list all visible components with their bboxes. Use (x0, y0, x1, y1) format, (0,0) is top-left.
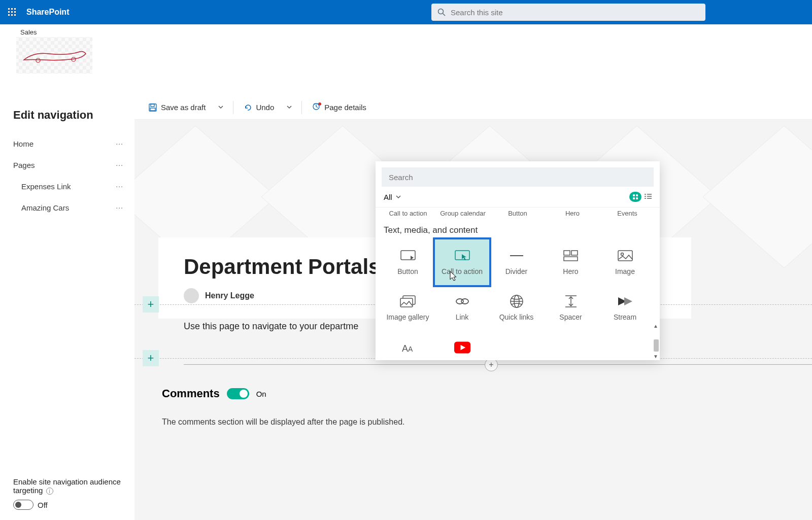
wp-link[interactable]: Link (435, 285, 489, 331)
svg-rect-26 (645, 198, 646, 199)
svg-rect-20 (633, 197, 635, 199)
svg-rect-32 (571, 251, 578, 255)
wp-image[interactable]: Image (598, 239, 652, 285)
add-section-button[interactable]: + (143, 296, 159, 313)
svg-rect-6 (8, 14, 10, 16)
svg-rect-24 (645, 196, 646, 197)
svg-rect-33 (564, 257, 578, 261)
wp-spacer[interactable]: Spacer (544, 285, 598, 331)
suite-search[interactable] (431, 4, 705, 21)
wp-divider[interactable]: Divider (489, 239, 544, 285)
canvas: Save as draft Undo Page details Departme… (134, 95, 812, 520)
comments-toggle-state: On (256, 390, 266, 398)
nav-item-home[interactable]: Home··· (13, 133, 127, 154)
svg-line-10 (443, 14, 446, 16)
nav-item-expenses[interactable]: Expenses Link··· (13, 176, 127, 197)
save-draft-button[interactable]: Save as draft (144, 100, 211, 115)
wp-partial[interactable]: Hero (547, 210, 598, 217)
avatar (184, 288, 199, 303)
page-body-text[interactable]: Use this page to navigate to your depart… (184, 321, 358, 332)
add-section-button[interactable]: + (143, 350, 159, 366)
svg-rect-2 (14, 8, 16, 10)
undo-chevron[interactable] (282, 100, 296, 115)
scroll-down-icon[interactable]: ▼ (653, 354, 658, 359)
comments-note: The comments section will be displayed a… (162, 418, 404, 427)
suite-search-input[interactable] (451, 8, 699, 17)
wp-hero[interactable]: Hero (544, 239, 598, 285)
webpart-picker: All Call to action Group calendar Button… (376, 161, 660, 360)
svg-rect-18 (633, 194, 635, 196)
svg-point-9 (438, 9, 444, 14)
svg-rect-5 (14, 11, 16, 13)
nav-item-amazing-cars[interactable]: Amazing Cars··· (13, 197, 127, 218)
svg-text:A: A (408, 345, 413, 353)
svg-rect-4 (11, 11, 13, 13)
site-title: Sales (20, 28, 796, 36)
notification-dot-icon (318, 102, 321, 106)
undo-button[interactable]: Undo (239, 100, 279, 115)
wp-quick-links[interactable]: Quick links (489, 285, 544, 331)
wp-partial[interactable]: Call to action (383, 210, 433, 217)
left-nav: Edit navigation Home··· Pages··· Expense… (0, 95, 134, 520)
command-bar: Save as draft Undo Page details (134, 95, 812, 120)
audience-targeting-label: Enable site navigation audience targetin… (13, 477, 121, 495)
nav-item-pages[interactable]: Pages··· (13, 154, 127, 176)
svg-rect-34 (618, 251, 632, 261)
svg-rect-0 (8, 8, 10, 10)
svg-rect-31 (564, 251, 570, 255)
svg-rect-3 (8, 11, 10, 13)
site-logo[interactable] (16, 37, 92, 74)
app-launcher-button[interactable] (0, 0, 24, 24)
svg-rect-37 (400, 298, 413, 307)
audience-targeting-toggle[interactable]: Off (13, 500, 127, 510)
svg-rect-28 (401, 251, 415, 260)
nav-heading: Edit navigation (13, 109, 127, 122)
scroll-up-icon[interactable]: ▲ (653, 323, 658, 329)
picker-section-label: Text, media, and content (381, 221, 655, 239)
view-list-toggle[interactable] (645, 192, 652, 201)
wp-partial[interactable]: Group calendar (437, 210, 488, 217)
svg-point-35 (621, 253, 623, 256)
wp-text[interactable]: AA (381, 335, 435, 360)
nav-item-more-icon[interactable]: ··· (116, 161, 127, 169)
view-grid-toggle[interactable] (629, 192, 641, 202)
svg-rect-21 (636, 197, 638, 199)
wp-image-gallery[interactable]: Image gallery (381, 285, 435, 331)
svg-point-39 (461, 299, 468, 304)
svg-rect-25 (647, 196, 652, 197)
wp-button[interactable]: Button (381, 239, 435, 285)
svg-rect-22 (645, 194, 646, 195)
picker-search-input[interactable] (389, 173, 647, 182)
svg-rect-8 (14, 14, 16, 16)
nav-item-more-icon[interactable]: ··· (116, 140, 127, 148)
picker-filter-all[interactable]: All (384, 193, 401, 201)
nav-item-more-icon[interactable]: ··· (116, 203, 127, 212)
info-icon[interactable]: i (46, 488, 53, 495)
picker-search[interactable] (382, 167, 654, 187)
svg-rect-7 (11, 14, 13, 16)
wp-partial[interactable]: Events (602, 210, 653, 217)
svg-rect-15 (151, 104, 154, 107)
comments-toggle[interactable] (227, 388, 249, 399)
svg-point-11 (36, 58, 40, 62)
svg-rect-23 (647, 194, 652, 195)
scrollbar-thumb[interactable] (654, 339, 659, 352)
svg-rect-1 (11, 8, 13, 10)
svg-rect-16 (150, 108, 155, 111)
wp-youtube[interactable] (435, 335, 489, 360)
wp-call-to-action[interactable]: Call to action (435, 239, 489, 285)
svg-rect-19 (636, 194, 638, 196)
svg-text:A: A (402, 343, 408, 354)
svg-rect-27 (647, 198, 652, 199)
save-draft-chevron[interactable] (214, 100, 228, 115)
app-name: SharePoint (26, 8, 69, 17)
page-details-button[interactable]: Page details (307, 99, 371, 115)
nav-item-more-icon[interactable]: ··· (116, 182, 127, 190)
comments-title: Comments (162, 387, 220, 400)
wp-stream[interactable]: Stream (598, 285, 652, 331)
wp-partial[interactable]: Button (492, 210, 543, 217)
